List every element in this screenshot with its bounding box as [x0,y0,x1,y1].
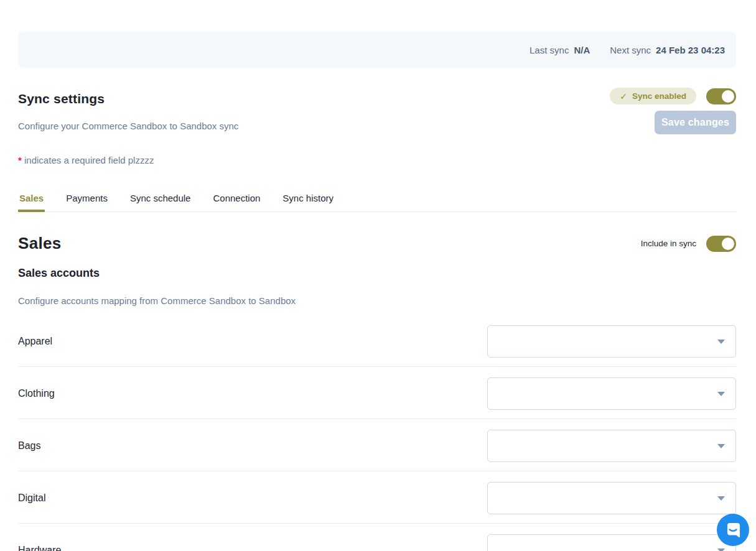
mapping-row-digital: Digital [18,482,736,514]
last-sync-value: N/A [574,45,590,55]
accounts-mapping-list: Apparel Clothing Bags Digital [18,325,736,551]
row-divider [18,523,736,524]
save-changes-button[interactable]: Save changes [655,111,736,134]
sales-accounts-title: Sales accounts [18,267,736,280]
required-field-note: * indicates a required field plzzzz [18,155,736,165]
next-sync-label: Next sync [610,45,651,55]
sync-enabled-toggle[interactable] [706,88,736,104]
chevron-down-icon [717,392,725,396]
mapping-row-hardware: Hardware [18,534,736,551]
account-select-hardware[interactable] [487,534,736,551]
sync-enabled-badge-label: Sync enabled [632,91,686,101]
next-sync-value: 24 Feb 23 04:23 [656,45,725,55]
chevron-down-icon [717,549,725,551]
row-divider [18,419,736,419]
toggle-knob [722,238,734,250]
tab-sync-history[interactable]: Sync history [281,193,335,211]
include-in-sync-toggle[interactable] [706,236,736,252]
account-select-clothing[interactable] [487,377,736,410]
account-label: Bags [18,440,487,451]
tab-payments[interactable]: Payments [65,193,109,211]
account-label: Digital [18,493,487,504]
mapping-row-clothing: Clothing [18,377,736,410]
sales-accounts-subtitle: Configure accounts mapping from Commerce… [18,295,736,306]
row-divider [18,471,736,471]
tab-sync-schedule[interactable]: Sync schedule [129,193,192,211]
chevron-down-icon [717,340,725,344]
required-asterisk: * [18,155,22,165]
last-sync-label: Last sync [530,45,569,55]
chat-bubble-icon [717,514,749,546]
account-select-digital[interactable] [487,482,736,514]
account-select-apparel[interactable] [487,325,736,358]
account-label: Apparel [18,336,487,347]
check-icon: ✓ [620,91,627,101]
mapping-row-apparel: Apparel [18,325,736,358]
include-in-sync-label: Include in sync [641,239,696,248]
tab-sales[interactable]: Sales [18,193,45,211]
account-label: Hardware [18,545,487,551]
required-note-text: indicates a required field plzzzz [24,155,154,165]
account-select-bags[interactable] [487,430,736,462]
chat-launcher-button[interactable] [717,514,749,546]
page-header: Sync settings Configure your Commerce Sa… [18,91,736,131]
sync-status-bar: Last sync N/A Next sync 24 Feb 23 04:23 [18,32,736,68]
chevron-down-icon [717,444,725,448]
tab-connection[interactable]: Connection [212,193,261,211]
sales-section-title: Sales [18,234,61,253]
toggle-knob [722,90,734,103]
mapping-row-bags: Bags [18,430,736,462]
account-label: Clothing [18,388,487,399]
sync-enabled-badge: ✓ Sync enabled [610,88,696,104]
settings-tabs: Sales Payments Sync schedule Connection … [18,193,736,212]
page-subtitle: Configure your Commerce Sandbox to Sandb… [18,121,736,131]
row-divider [18,366,736,367]
chevron-down-icon [717,496,725,501]
